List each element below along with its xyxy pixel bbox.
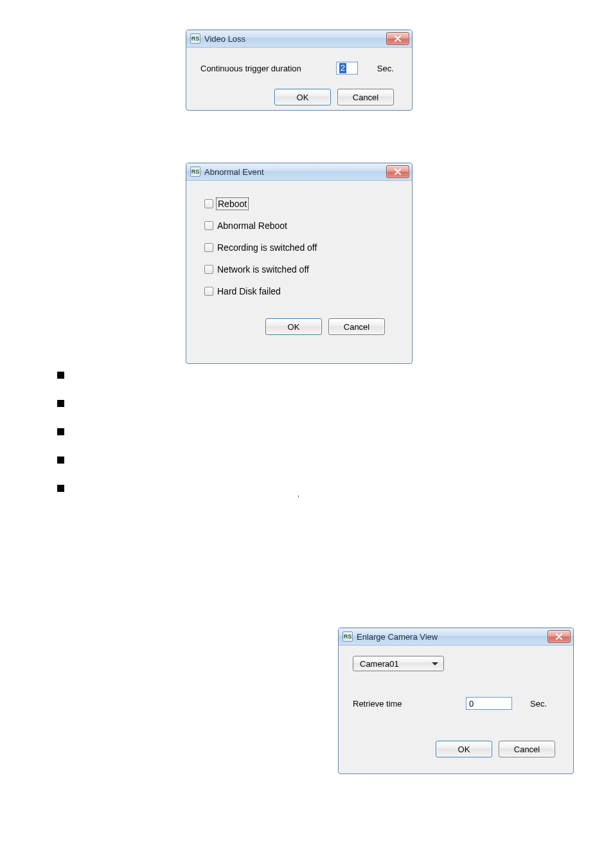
video-loss-dialog: RS Video Loss Continuous trigger duratio… [186,30,413,111]
bullet-icon [57,372,64,379]
cancel-label: Cancel [344,322,369,332]
checkbox-icon [204,199,213,208]
checkbox-item-recording-off[interactable]: Recording is switched off [204,242,394,253]
checkbox-item-harddisk-failed[interactable]: Hard Disk failed [204,286,394,296]
checkbox-icon [204,265,213,274]
retrieve-value: 0 [469,699,474,709]
bullet-list [57,372,64,492]
duration-input[interactable]: 2 [336,62,358,75]
retrieve-row: Retrieve time 0 Sec. [353,697,559,710]
ok-button[interactable]: OK [436,741,492,757]
retrieve-label: Retrieve time [353,699,449,709]
bullet-icon [57,400,64,407]
enlarge-camera-view-dialog: RS Enlarge Camera View Camera01 Retrieve… [338,628,574,774]
titlebar: RS Abnormal Event [186,163,412,181]
checkbox-icon [204,287,213,296]
stray-text: , [298,491,299,498]
checkbox-label: Recording is switched off [217,242,317,253]
duration-label: Continuous trigger duration [200,64,301,73]
duration-unit: Sec. [377,64,394,73]
app-icon: RS [190,167,200,177]
bullet-icon [57,457,64,464]
camera-select[interactable]: Camera01 [353,656,444,671]
close-icon [395,168,401,175]
dialog-title: Video Loss [204,34,386,44]
retrieve-unit: Sec. [530,699,547,709]
close-button[interactable] [547,630,571,643]
cancel-label: Cancel [514,745,540,754]
abnormal-event-dialog: RS Abnormal Event Reboot Abnormal Reboot… [186,163,413,364]
dialog-title: Abnormal Event [204,167,386,177]
checkbox-icon [204,221,213,230]
checkbox-label: Abnormal Reboot [217,221,287,231]
checkbox-label: Hard Disk failed [217,286,281,296]
ok-button[interactable]: OK [265,318,322,335]
checkbox-item-reboot[interactable]: Reboot [204,199,394,209]
retrieve-input[interactable]: 0 [466,697,512,710]
ok-label: OK [288,322,300,332]
chevron-down-icon [432,662,438,665]
close-icon [395,35,401,42]
checkbox-icon [204,243,213,252]
checkbox-label: Network is switched off [217,264,309,275]
app-icon: RS [190,33,200,44]
checkbox-list: Reboot Abnormal Reboot Recording is swit… [198,190,400,303]
checkbox-label: Reboot [217,199,247,209]
duration-row: Continuous trigger duration 2 Sec. [200,62,398,75]
close-button[interactable] [386,165,409,178]
checkbox-item-abnormal-reboot[interactable]: Abnormal Reboot [204,221,394,231]
bullet-icon [57,485,64,492]
cancel-label: Cancel [353,93,378,102]
cancel-button[interactable]: Cancel [337,89,394,105]
cancel-button[interactable]: Cancel [328,318,385,335]
close-icon [556,633,562,640]
checkbox-item-network-off[interactable]: Network is switched off [204,264,394,275]
ok-label: OK [458,745,470,754]
duration-value: 2 [339,63,346,73]
camera-selected: Camera01 [360,659,399,669]
ok-label: OK [297,93,309,102]
close-button[interactable] [386,32,409,45]
titlebar: RS Video Loss [186,30,412,48]
titlebar: RS Enlarge Camera View [339,628,573,646]
dialog-title: Enlarge Camera View [357,632,547,642]
app-icon: RS [342,631,353,642]
bullet-icon [57,428,64,435]
cancel-button[interactable]: Cancel [499,741,555,757]
ok-button[interactable]: OK [274,89,331,105]
